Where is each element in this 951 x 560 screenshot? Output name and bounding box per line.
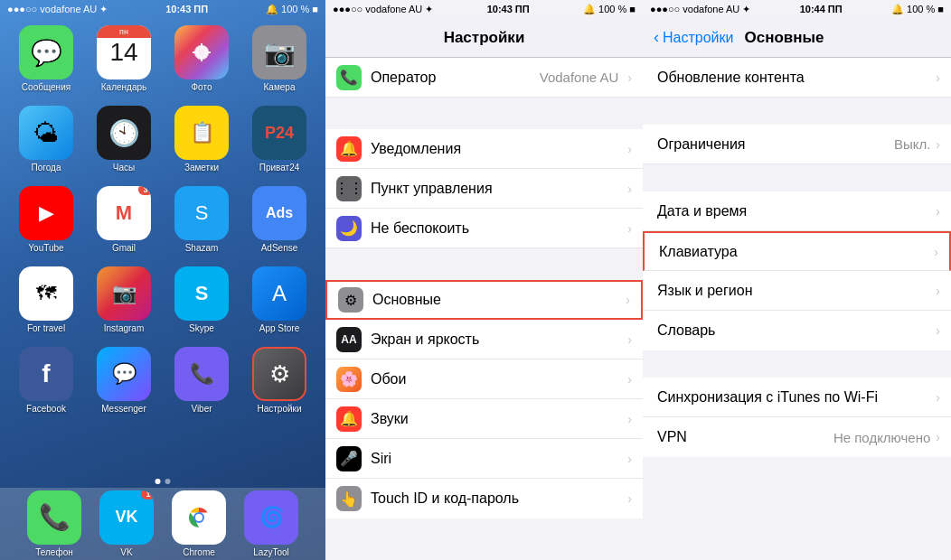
vpn-title: VPN — [657, 429, 833, 445]
control-title: Пункт управления — [371, 181, 618, 197]
general-row-dictionary[interactable]: Словарь › — [643, 311, 951, 350]
settings-row-general[interactable]: ⚙ Основные › — [325, 280, 643, 320]
notes-label: Заметки — [184, 163, 219, 173]
app-camera[interactable]: 📷 Камера — [245, 25, 314, 93]
app-youtube[interactable]: ▶ YouTube — [12, 186, 80, 254]
operator-icon: 📞 — [336, 65, 362, 90]
settings-title: Настройки — [444, 29, 525, 47]
control-icon: ⋮⋮ — [336, 176, 362, 201]
camera-icon: 📷 — [252, 25, 306, 79]
app-weather[interactable]: 🌤 Погода — [12, 106, 80, 173]
settings-row-control[interactable]: ⋮⋮ Пункт управления › — [325, 169, 643, 209]
gmail-label: Gmail — [112, 243, 136, 254]
settings-row-operator[interactable]: 📞 Оператор Vodafone AU › — [325, 58, 643, 98]
app-appstore[interactable]: A App Store — [245, 266, 314, 334]
calendar-icon: пн 14 — [97, 25, 151, 79]
facebook-label: Facebook — [26, 404, 66, 415]
app-photos[interactable]: Фото — [167, 25, 236, 93]
sounds-icon: 🔔 — [336, 406, 362, 432]
datetime-chevron: › — [936, 204, 940, 219]
appstore-icon: A — [252, 266, 306, 321]
dock-chrome[interactable]: Chrome — [172, 490, 226, 558]
app-maps[interactable]: 🗺 For travel — [12, 266, 80, 334]
control-chevron: › — [627, 182, 632, 196]
vpn-value: Не подключено — [833, 430, 930, 445]
settings-row-display[interactable]: AA Экран и яркость › — [325, 320, 643, 359]
general-row-itunes[interactable]: Синхронизация с iTunes по Wi-Fi › — [643, 378, 951, 417]
dock-vk-icon: VK 1 — [99, 490, 154, 545]
vk-badge: 1 — [141, 490, 154, 499]
operator-chevron: › — [627, 70, 632, 85]
settings-row-dnd[interactable]: 🌙 Не беспокоить › — [325, 209, 643, 248]
svg-point-8 — [195, 514, 202, 521]
notifications-icon: 🔔 — [336, 136, 362, 162]
general-row-update[interactable]: Обновление контента › — [643, 58, 951, 98]
settings-row-touchid[interactable]: 👆 Touch ID и код-пароль › — [325, 479, 643, 518]
messenger-icon: 💬 — [97, 347, 151, 401]
settings-row-siri[interactable]: 🎤 Siri › — [325, 439, 643, 479]
keyboard-chevron: › — [934, 245, 938, 259]
settings-status-carrier: ●●●○○ vodafone AU ✦ — [333, 4, 433, 15]
wallpaper-icon: 🌸 — [336, 367, 362, 392]
app-viber[interactable]: 📞 Viber — [167, 347, 236, 415]
app-notes[interactable]: 📋 Заметки — [167, 106, 236, 173]
general-nav-title: Основные — [744, 29, 824, 47]
general-row-datetime[interactable]: Дата и время › — [643, 191, 951, 231]
dnd-icon: 🌙 — [336, 216, 362, 241]
general-row-keyboard[interactable]: Клавиатура › — [643, 231, 951, 271]
skype-label: Skype — [189, 323, 214, 334]
app-settings-home[interactable]: ⚙ Настройки — [245, 347, 314, 415]
viber-label: Viber — [191, 404, 212, 415]
general-row-icon: ⚙ — [338, 287, 363, 313]
general-row-vpn[interactable]: VPN Не подключено › — [643, 417, 951, 457]
dock-phone[interactable]: 📞 Телефон — [27, 490, 81, 558]
photos-label: Фото — [192, 82, 212, 93]
app-gmail[interactable]: M 3 Gmail — [89, 186, 158, 254]
touchid-title: Touch ID и код-пароль — [371, 490, 618, 507]
app-adsense[interactable]: Ads AdSense — [245, 186, 314, 254]
vpn-chevron: › — [936, 430, 940, 444]
calendar-label: Календарь — [101, 82, 146, 93]
app-messages[interactable]: 💬 Сообщения — [12, 25, 80, 93]
operator-title: Оператор — [371, 70, 531, 86]
messages-label: Сообщения — [22, 82, 71, 93]
settings-nav-bar: Настройки — [325, 18, 643, 58]
settings-row-sounds[interactable]: 🔔 Звуки › — [325, 399, 643, 439]
app-instagram[interactable]: 📷 Instagram — [89, 266, 158, 334]
dock-vk-label: VK — [120, 547, 132, 558]
app-facebook[interactable]: f Facebook — [12, 347, 80, 415]
settings-row-notifications[interactable]: 🔔 Уведомления › — [325, 129, 643, 169]
settings-status-time: 10:43 ПП — [487, 4, 530, 14]
display-icon: AA — [336, 327, 362, 352]
app-privat[interactable]: P24 Приват24 — [245, 106, 314, 173]
app-shazam[interactable]: S Shazam — [167, 186, 236, 254]
datetime-title: Дата и время — [657, 203, 930, 219]
itunes-title: Синхронизация с iTunes по Wi-Fi — [657, 389, 930, 406]
update-title: Обновление контента — [657, 70, 930, 86]
settings-home-icon: ⚙ — [252, 347, 306, 401]
general-row-restrictions[interactable]: Ограничения Выкл. › — [643, 125, 951, 164]
general-row-title: Основные — [372, 292, 617, 308]
general-status-battery: 🔔 100 % ■ — [891, 4, 944, 15]
app-clock[interactable]: 🕙 Часы — [89, 106, 158, 173]
app-skype[interactable]: S Skype — [167, 266, 236, 334]
dock-chrome-label: Chrome — [183, 547, 215, 558]
settings-row-wallpaper[interactable]: 🌸 Обои › — [325, 359, 643, 399]
general-row-language[interactable]: Язык и регион › — [643, 271, 951, 311]
notifications-title: Уведомления — [371, 141, 618, 157]
dock-lazytool[interactable]: 🌀 LazyTool — [244, 490, 298, 558]
dock-vk[interactable]: VK 1 VK — [99, 490, 154, 558]
wallpaper-title: Обои — [371, 371, 618, 387]
shazam-icon: S — [174, 186, 229, 240]
restrictions-chevron: › — [936, 137, 940, 152]
back-chevron-icon: ‹ — [654, 28, 659, 47]
gmail-icon: M 3 — [97, 186, 151, 240]
general-nav-bar: ‹ Настройки Основные — [643, 18, 951, 58]
dot-1 — [155, 479, 161, 484]
app-messenger[interactable]: 💬 Messenger — [89, 347, 158, 415]
app-calendar[interactable]: пн 14 Календарь — [89, 25, 158, 93]
dock-chrome-icon — [172, 490, 226, 545]
sounds-title: Звуки — [371, 411, 618, 427]
adsense-label: AdSense — [261, 243, 298, 254]
notes-icon: 📋 — [174, 106, 229, 160]
